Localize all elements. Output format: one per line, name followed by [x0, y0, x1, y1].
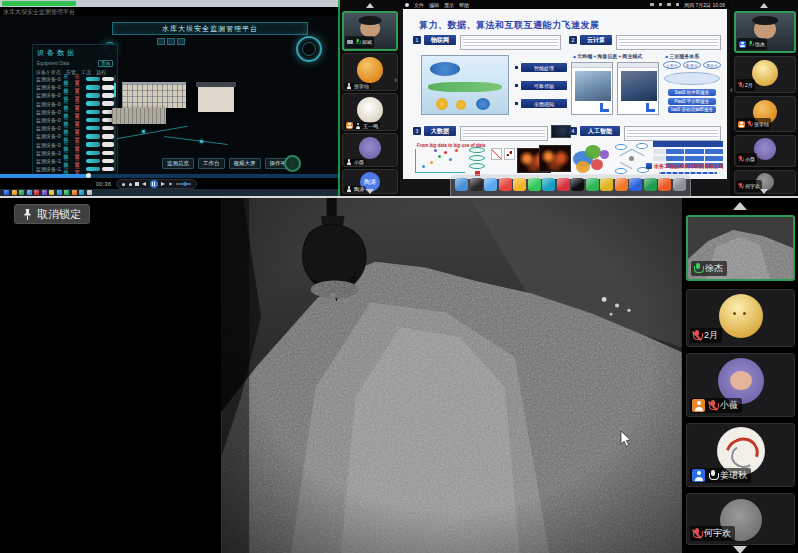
mini-button[interactable] [167, 38, 175, 45]
mini-button[interactable] [157, 38, 165, 45]
dock-app-icon[interactable] [644, 178, 657, 191]
participant-tile[interactable]: 2月 [734, 56, 796, 93]
toggle-on[interactable] [86, 85, 100, 90]
dock-app-icon[interactable] [600, 178, 613, 191]
dock-app-icon[interactable] [673, 178, 686, 191]
toggle-on[interactable] [86, 118, 100, 123]
side-building [198, 86, 234, 112]
iot-feature-row: 全面感知 [515, 99, 567, 108]
participant-tile[interactable]: 小薇 [342, 133, 398, 167]
right-shared-screen[interactable]: 文件编辑显示帮助 周四 7月2日 10:06 算力、数据、算法和互联互通能力飞速… [400, 0, 730, 196]
mic-control-icon[interactable] [122, 183, 125, 186]
participant-tile[interactable]: 小薇 [686, 353, 795, 417]
scroll-down-icon[interactable] [366, 189, 374, 194]
toggle-off[interactable] [102, 167, 114, 172]
seek-progress [0, 174, 88, 178]
taskbar-app-icon[interactable] [12, 190, 17, 195]
dock-app-icon[interactable] [455, 178, 468, 191]
expand-chevron-icon[interactable]: › [394, 76, 397, 85]
main-speaker-video[interactable] [221, 198, 682, 553]
dock-app-icon[interactable] [571, 178, 584, 191]
presentation-slide: 算力、数据、算法和互联互通能力飞速发展 1 物联网 2 云计算 [403, 9, 727, 179]
taskbar-app-icon[interactable] [79, 190, 84, 195]
taskbar-app-icon[interactable] [19, 190, 24, 195]
taskbar-app-icon[interactable] [34, 190, 39, 195]
toggle-on[interactable] [86, 77, 100, 82]
device-table-row[interactable]: 监测设备-12 在线 告警 [33, 165, 117, 173]
video-seek-bar[interactable] [0, 174, 340, 178]
taskbar-app-icon[interactable] [57, 190, 62, 195]
participant-tile[interactable]: 张学仙 [734, 96, 796, 132]
participant-tile[interactable]: 2月 [686, 289, 795, 347]
participant-tile[interactable]: 郑斌 [342, 11, 398, 51]
filter-button[interactable]: 查询 [98, 60, 113, 67]
dock-app-icon[interactable] [470, 178, 483, 191]
toggle-on[interactable] [86, 151, 100, 156]
participant-tile[interactable]: 姜珺秋 [686, 423, 795, 487]
participant-tile[interactable]: 徐杰 [686, 215, 795, 281]
dock-app-icon[interactable] [557, 178, 570, 191]
participant-tile[interactable]: 小薇 [734, 135, 796, 167]
scroll-up-icon[interactable] [760, 3, 768, 8]
menu-item[interactable]: 显示 [444, 2, 454, 8]
dock-app-icon[interactable] [484, 178, 497, 191]
taskbar-app-icon[interactable] [4, 190, 9, 195]
dashboard-toolbar-button[interactable]: 工作台 [198, 158, 225, 169]
taskbar-app-icon[interactable] [49, 190, 54, 195]
collapse-chevron-icon[interactable]: ‹ [730, 86, 733, 95]
left-shared-screen[interactable]: 水库大坝安全监测管理平台 水库大坝安全监测管理平台 设备数据 Equipment… [0, 0, 340, 196]
dock-app-icon[interactable] [542, 178, 555, 191]
dock-app-icon[interactable] [499, 178, 512, 191]
taskbar-app-icon[interactable] [27, 190, 32, 195]
toggle-on[interactable] [86, 134, 100, 139]
dock-app-icon[interactable] [629, 178, 642, 191]
apple-icon[interactable] [405, 3, 409, 7]
previous-icon[interactable] [142, 182, 146, 186]
dock-app-icon[interactable] [615, 178, 628, 191]
participant-tile[interactable]: 何宇欢 [686, 493, 795, 545]
company-logo-icon [646, 163, 652, 169]
mini-button[interactable] [177, 38, 185, 45]
dashboard-toolbar-button[interactable]: 监测总览 [162, 158, 194, 169]
scroll-up-icon[interactable] [366, 3, 374, 8]
pause-icon[interactable] [150, 180, 158, 188]
taskbar-app-icon[interactable] [64, 190, 69, 195]
step-forward-icon[interactable] [169, 182, 172, 185]
taskbar-app-icon[interactable] [87, 190, 92, 195]
menu-item[interactable]: 帮助 [459, 2, 469, 8]
scroll-down-icon[interactable] [760, 189, 768, 194]
unpin-button[interactable]: 取消锁定 [14, 204, 90, 224]
speaker-control-icon[interactable] [129, 183, 132, 186]
participant-tile[interactable]: 徐杰 [734, 11, 796, 53]
taskbar-app-icon[interactable] [72, 190, 77, 195]
dock-app-icon[interactable] [658, 178, 671, 191]
dashboard-mini-buttons[interactable] [157, 38, 185, 45]
dashboard-toolbar-button[interactable]: 视频大屏 [229, 158, 261, 169]
dock-app-icon[interactable] [513, 178, 526, 191]
seek-handle[interactable] [86, 173, 91, 178]
toggle-on[interactable] [86, 126, 100, 131]
scroll-up-icon[interactable] [733, 202, 747, 210]
next-icon[interactable] [161, 182, 165, 186]
mic-on-icon [693, 263, 702, 275]
toggle-on[interactable] [86, 167, 100, 172]
toggle-on[interactable] [86, 93, 100, 98]
toggle-on[interactable] [86, 110, 100, 115]
volume-slider[interactable] [176, 183, 191, 185]
toggle-on[interactable] [86, 159, 100, 164]
menu-item[interactable]: 编辑 [429, 2, 439, 8]
menu-item[interactable]: 文件 [414, 2, 424, 8]
avatar [357, 97, 383, 123]
toggle-on[interactable] [86, 142, 100, 147]
toggle-off[interactable] [102, 159, 114, 164]
scroll-down-icon[interactable] [733, 546, 747, 553]
iot-feature-row: 智能处理 [515, 63, 567, 72]
cloud-stack-bar: IaaS 基础设施即服务 [668, 106, 716, 113]
participant-tile[interactable]: 王一鸣 [342, 93, 398, 131]
toggle-on[interactable] [86, 101, 100, 106]
dock-app-icon[interactable] [586, 178, 599, 191]
participant-tile[interactable]: 张学仙 [342, 53, 398, 91]
stop-icon[interactable] [135, 182, 139, 186]
dock-app-icon[interactable] [528, 178, 541, 191]
taskbar-app-icon[interactable] [42, 190, 47, 195]
